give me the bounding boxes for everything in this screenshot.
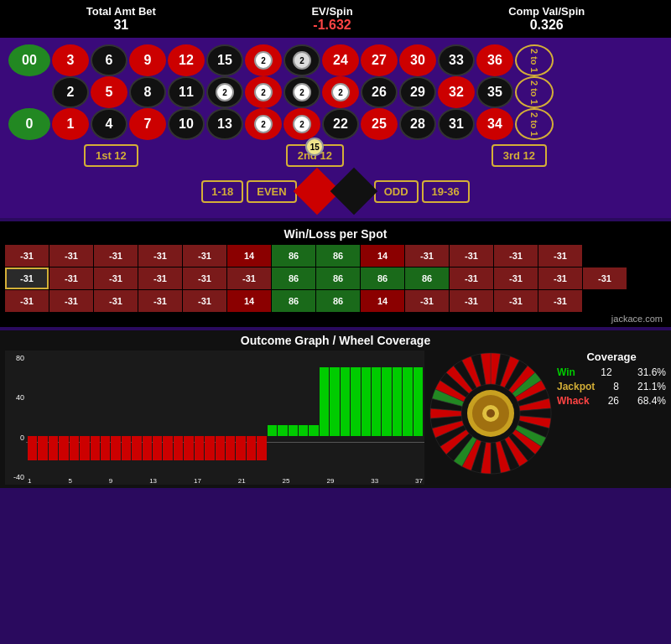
- cell-3[interactable]: 3: [52, 44, 89, 76]
- dozen-2nd12[interactable]: 2nd 12 15: [286, 144, 344, 167]
- cell-4[interactable]: 4: [91, 108, 127, 140]
- cell-6[interactable]: 6: [91, 44, 127, 76]
- coverage-win-label: Win: [557, 366, 575, 378]
- cell-24[interactable]: 24: [322, 44, 359, 76]
- ev-spin-label: EV/Spin: [311, 5, 352, 18]
- coverage-table: Coverage Win 12 31.6% Jackpot 8 21.1% Wh…: [557, 351, 666, 485]
- chart-bar-25: [289, 425, 298, 436]
- chart-bar-11: [143, 436, 152, 461]
- cell-35[interactable]: 35: [476, 76, 513, 108]
- cell-5[interactable]: 5: [91, 76, 127, 108]
- win-loss-title: Win/Loss per Spot: [0, 225, 671, 243]
- cell-0[interactable]: 0: [8, 108, 50, 140]
- cell-7[interactable]: 7: [129, 108, 166, 140]
- cell-34[interactable]: 34: [476, 108, 513, 140]
- wl-cell-0-10: -31: [450, 245, 493, 267]
- coverage-jackpot-label: Jackpot: [557, 381, 595, 392]
- win-loss-table: -31-31-31-31-3114868614-31-31-31-31-31-3…: [0, 243, 671, 314]
- cell-36[interactable]: 36: [476, 44, 513, 76]
- cell-18-bet[interactable]: 18 2: [245, 44, 282, 76]
- bet-odd[interactable]: ODD: [374, 180, 419, 203]
- side-label-2[interactable]: 2 to 1: [515, 76, 554, 108]
- bet-even[interactable]: EVEN: [247, 180, 296, 203]
- chart-bar-23: [268, 425, 277, 436]
- chart-bar-7: [101, 436, 110, 461]
- chart-bar-18: [216, 436, 225, 461]
- cell-13[interactable]: 13: [206, 108, 243, 140]
- cell-27[interactable]: 27: [361, 44, 398, 76]
- chart-bar-29: [330, 367, 339, 436]
- chart-bar-34: [382, 367, 391, 436]
- svg-point-3: [486, 409, 495, 418]
- wl-row-2: -31-31-31-31-3114868614-31-31-31-31: [5, 290, 666, 312]
- side-label-3[interactable]: 2 to 1: [515, 108, 554, 140]
- cell-25[interactable]: 25: [361, 108, 398, 140]
- comp-val-label: Comp Val/Spin: [508, 5, 585, 18]
- cell-28[interactable]: 28: [399, 108, 436, 140]
- comp-val-stat: Comp Val/Spin 0.326: [508, 5, 585, 33]
- side-label-1[interactable]: 2 to 1: [515, 44, 554, 76]
- chart-x-labels: 1 5 9 13 17 21 25 29 33 37: [26, 477, 424, 485]
- wl-cell-2-5: 14: [227, 290, 271, 312]
- coverage-jackpot-count: 8: [613, 381, 619, 392]
- cell-23-bet[interactable]: 23 2: [322, 76, 359, 108]
- wl-cell-2-7: 86: [316, 290, 360, 312]
- coverage-jackpot-pct: 21.1%: [637, 381, 666, 392]
- total-bet-stat: Total Amt Bet 31: [86, 5, 156, 33]
- coverage-win-count: 12: [601, 366, 611, 378]
- cell-1[interactable]: 1: [52, 108, 89, 140]
- cell-17-bet[interactable]: 17 2: [245, 76, 282, 108]
- cell-32[interactable]: 32: [438, 76, 475, 108]
- cell-30[interactable]: 30: [399, 44, 436, 76]
- wl-cell-2-9: -31: [405, 290, 449, 312]
- cell-8[interactable]: 8: [129, 76, 166, 108]
- chart-bar-0: [28, 436, 37, 461]
- chart-bar-12: [153, 436, 162, 461]
- cell-00[interactable]: 00: [8, 44, 50, 76]
- coverage-whack-row: Whack 26 68.4%: [557, 395, 666, 407]
- wl-cell-0-1: -31: [49, 245, 93, 267]
- cell-22[interactable]: 22: [322, 108, 359, 140]
- bet-black-diamond[interactable]: [330, 168, 377, 216]
- coverage-whack-label: Whack: [557, 395, 590, 407]
- dozen-1st12[interactable]: 1st 12: [84, 144, 138, 167]
- cell-29[interactable]: 29: [399, 76, 436, 108]
- cell-2[interactable]: 2: [52, 76, 89, 108]
- coverage-whack-pct: 68.4%: [637, 395, 666, 407]
- roulette-table: 00 3 6 9 12 15 18 2 21 2 24 27 30 33 36 …: [0, 38, 671, 218]
- wl-cell-1-10: -31: [494, 267, 538, 289]
- chart-bar-33: [372, 367, 381, 436]
- chart-bar-15: [184, 436, 193, 461]
- cell-9[interactable]: 9: [129, 44, 166, 76]
- cell-12[interactable]: 12: [168, 44, 205, 76]
- cell-15[interactable]: 15: [206, 44, 243, 76]
- chart-bar-2: [49, 436, 58, 461]
- coverage-title: Coverage: [557, 351, 666, 363]
- ev-spin-stat: EV/Spin -1.632: [311, 5, 352, 33]
- bet-1-18[interactable]: 1-18: [201, 180, 243, 203]
- coverage-jackpot-row: Jackpot 8 21.1%: [557, 381, 666, 392]
- cell-21-bet[interactable]: 21 2: [283, 44, 320, 76]
- cell-14-bet[interactable]: 14 2: [206, 76, 243, 108]
- wl-cell-1-6: 86: [316, 267, 360, 289]
- chart-bar-1: [38, 436, 47, 461]
- cell-33[interactable]: 33: [438, 44, 475, 76]
- total-bet-label: Total Amt Bet: [86, 5, 156, 18]
- chart-bar-21: [247, 436, 256, 461]
- wl-cell-2-12: -31: [538, 290, 582, 312]
- wl-cell-2-11: -31: [494, 290, 538, 312]
- cell-16-bet[interactable]: 16 2: [245, 108, 282, 140]
- chart-bar-4: [70, 436, 79, 461]
- bet-19-36[interactable]: 19-36: [422, 180, 470, 203]
- cell-31[interactable]: 31: [438, 108, 475, 140]
- wl-cell-2-4: -31: [183, 290, 226, 312]
- dozen-chip: 15: [305, 138, 324, 156]
- cell-19-bet[interactable]: 19 2: [283, 108, 320, 140]
- cell-26[interactable]: 26: [361, 76, 398, 108]
- cell-10[interactable]: 10: [168, 108, 205, 140]
- cell-20-bet[interactable]: 20 2: [283, 76, 320, 108]
- cell-11[interactable]: 11: [168, 76, 205, 108]
- chart-bar-24: [278, 425, 287, 436]
- chart-bar-28: [320, 367, 329, 436]
- dozen-3rd12[interactable]: 3rd 12: [492, 144, 547, 167]
